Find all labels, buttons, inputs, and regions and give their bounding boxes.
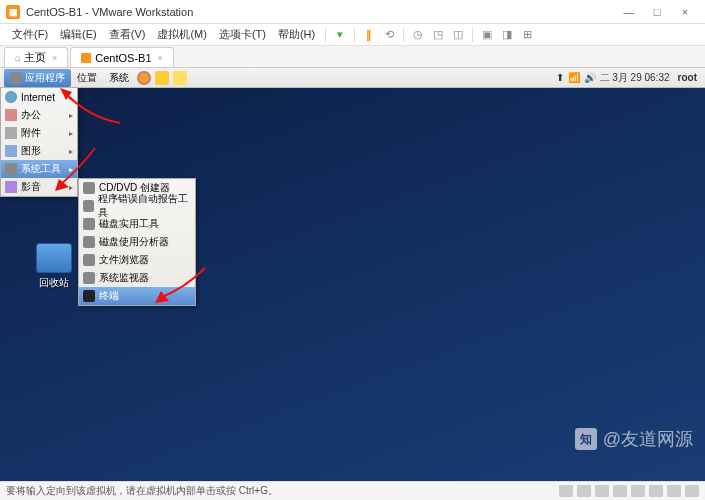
view-icon[interactable]: ⊞: [518, 26, 536, 44]
watermark: 知 @友道网源: [575, 427, 693, 451]
home-icon: ⌂: [15, 52, 21, 63]
separator: [472, 28, 473, 42]
menubar: 文件(F) 编辑(E) 查看(V) 虚拟机(M) 选项卡(T) 帮助(H) ▾ …: [0, 24, 705, 46]
watermark-text: @友道网源: [603, 427, 693, 451]
terminal-icon: [83, 290, 95, 302]
menu-help[interactable]: 帮助(H): [272, 27, 321, 42]
vmware-logo-icon: ▦: [6, 5, 20, 19]
chevron-right-icon: ▸: [69, 111, 73, 120]
close-button[interactable]: ×: [671, 6, 699, 18]
submenu-diskusage[interactable]: 磁盘使用分析器: [79, 233, 195, 251]
trash-label: 回收站: [30, 276, 78, 290]
menu-media[interactable]: 影音▸: [1, 178, 77, 196]
office-icon: [5, 109, 17, 121]
manage-icon[interactable]: ◫: [449, 26, 467, 44]
statusbar-icons: [559, 485, 699, 497]
window-titlebar: ▦ CentOS-B1 - VMware Workstation — □ ×: [0, 0, 705, 24]
menu-vm[interactable]: 虚拟机(M): [151, 27, 213, 42]
device-icon[interactable]: [577, 485, 591, 497]
gnome-apps-label: 应用程序: [25, 71, 65, 85]
device-icon[interactable]: [595, 485, 609, 497]
tab-home[interactable]: ⌂ 主页 ×: [4, 47, 68, 67]
chevron-right-icon: ▸: [69, 129, 73, 138]
gnome-foot-icon: [10, 72, 22, 84]
graphics-icon: [5, 145, 17, 157]
submenu-filebrowser[interactable]: 文件浏览器: [79, 251, 195, 269]
fullscreen-icon[interactable]: ▣: [478, 26, 496, 44]
unity-icon[interactable]: ◨: [498, 26, 516, 44]
globe-icon: [5, 91, 17, 103]
menu-accessories[interactable]: 附件▸: [1, 124, 77, 142]
power-dropdown-icon[interactable]: ▾: [331, 26, 349, 44]
pause-icon[interactable]: ‖: [360, 26, 378, 44]
separator: [354, 28, 355, 42]
menu-system-tools[interactable]: 系统工具▸: [1, 160, 77, 178]
chevron-right-icon: ▸: [69, 165, 73, 174]
device-icon[interactable]: [559, 485, 573, 497]
clock-icon[interactable]: ◷: [409, 26, 427, 44]
system-tools-submenu: CD/DVD 创建器 程序错误自动报告工具 磁盘实用工具 磁盘使用分析器 文件浏…: [78, 178, 196, 306]
maximize-button[interactable]: □: [643, 6, 671, 18]
snapshot2-icon[interactable]: ◳: [429, 26, 447, 44]
statusbar-text: 要将输入定向到该虚拟机，请在虚拟机内部单击或按 Ctrl+G。: [6, 484, 278, 498]
tools-icon: [5, 163, 17, 175]
tab-vm[interactable]: CentOS-B1 ×: [70, 47, 174, 67]
device-icon[interactable]: [685, 485, 699, 497]
menu-edit[interactable]: 编辑(E): [54, 27, 103, 42]
submenu-terminal[interactable]: 终端: [79, 287, 195, 305]
device-icon[interactable]: [631, 485, 645, 497]
tab-home-label: 主页: [24, 50, 46, 65]
update-icon[interactable]: ⬆: [556, 72, 564, 83]
chevron-right-icon: ▸: [69, 147, 73, 156]
menu-view[interactable]: 查看(V): [103, 27, 152, 42]
trash-icon: [36, 243, 72, 273]
system-tray: ⬆ 📶 🔊 二 3月 29 06:32 root: [556, 71, 702, 85]
submenu-bugreport[interactable]: 程序错误自动报告工具: [79, 197, 195, 215]
chart-icon: [83, 236, 95, 248]
vm-icon: [81, 53, 91, 63]
firefox-icon[interactable]: [137, 71, 151, 85]
desktop-trash[interactable]: 回收站: [30, 243, 78, 290]
media-icon: [5, 181, 17, 193]
gnome-system-menu[interactable]: 系统: [103, 69, 135, 87]
device-icon[interactable]: [667, 485, 681, 497]
gnome-applications-menu[interactable]: 应用程序: [4, 69, 71, 87]
tab-vm-label: CentOS-B1: [95, 52, 151, 64]
monitor-icon: [83, 272, 95, 284]
user-label[interactable]: root: [678, 72, 697, 83]
zhihu-logo-icon: 知: [575, 428, 597, 450]
device-icon[interactable]: [613, 485, 627, 497]
applications-menu: Internet▸ 办公▸ 附件▸ 图形▸ 系统工具▸ 影音▸: [0, 88, 78, 197]
gnome-places-menu[interactable]: 位置: [71, 69, 103, 87]
snapshot-icon[interactable]: ⟲: [380, 26, 398, 44]
separator: [325, 28, 326, 42]
menu-office[interactable]: 办公▸: [1, 106, 77, 124]
chevron-right-icon: ▸: [69, 93, 73, 102]
volume-icon[interactable]: 🔊: [584, 72, 596, 83]
disk-icon: [83, 218, 95, 230]
network-icon[interactable]: 📶: [568, 72, 580, 83]
menu-tabs[interactable]: 选项卡(T): [213, 27, 272, 42]
submenu-sysmonitor[interactable]: 系统监视器: [79, 269, 195, 287]
note-icon[interactable]: [173, 71, 187, 85]
clock-text[interactable]: 二 3月 29 06:32: [600, 71, 670, 85]
separator: [403, 28, 404, 42]
vm-screen[interactable]: 应用程序 位置 系统 ⬆ 📶 🔊 二 3月 29 06:32 root Inte…: [0, 68, 705, 481]
menu-graphics[interactable]: 图形▸: [1, 142, 77, 160]
minimize-button[interactable]: —: [615, 6, 643, 18]
device-icon[interactable]: [649, 485, 663, 497]
tab-close-icon[interactable]: ×: [158, 53, 163, 63]
app-launcher-icon[interactable]: [155, 71, 169, 85]
tab-close-icon[interactable]: ×: [52, 53, 57, 63]
attach-icon: [5, 127, 17, 139]
disc-icon: [83, 182, 95, 194]
menu-file[interactable]: 文件(F): [6, 27, 54, 42]
gnome-panel: 应用程序 位置 系统 ⬆ 📶 🔊 二 3月 29 06:32 root: [0, 68, 705, 88]
bug-icon: [83, 200, 94, 212]
statusbar: 要将输入定向到该虚拟机，请在虚拟机内部单击或按 Ctrl+G。: [0, 481, 705, 500]
chevron-right-icon: ▸: [69, 183, 73, 192]
window-title: CentOS-B1 - VMware Workstation: [26, 6, 615, 18]
tabbar: ⌂ 主页 × CentOS-B1 ×: [0, 46, 705, 68]
folder-icon: [83, 254, 95, 266]
menu-internet[interactable]: Internet▸: [1, 88, 77, 106]
